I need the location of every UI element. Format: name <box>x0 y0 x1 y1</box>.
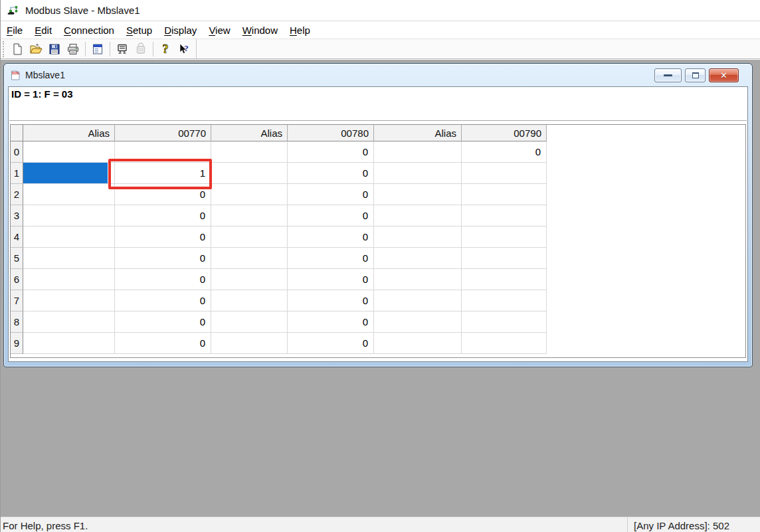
cell-value-r2c1[interactable]: 0 <box>115 184 211 205</box>
cell-alias-r7c2[interactable] <box>211 290 288 311</box>
cell-alias-r5c4[interactable] <box>374 248 462 269</box>
cell-alias-r4c2[interactable] <box>211 226 288 248</box>
window-titlebar: Modbus Slave - Mbslave1 <box>1 0 760 21</box>
cell-alias-r6c4[interactable] <box>374 269 462 290</box>
cell-value-r9c5[interactable] <box>462 333 547 354</box>
row-header-9[interactable]: 9 <box>11 333 23 354</box>
cell-alias-r4c4[interactable] <box>374 226 462 248</box>
cell-value-r0c3[interactable]: 0 <box>288 141 374 163</box>
cell-value-r5c1[interactable]: 0 <box>115 248 211 269</box>
toolbar-gripper[interactable] <box>3 41 5 57</box>
cell-alias-r0c4[interactable] <box>374 141 462 163</box>
cell-value-r4c1[interactable]: 0 <box>115 226 211 248</box>
cell-alias-r1c0[interactable] <box>23 163 115 184</box>
cell-alias-r8c0[interactable] <box>23 311 115 333</box>
column-header-00790: 00790 <box>462 125 547 141</box>
cell-alias-r7c0[interactable] <box>23 290 115 311</box>
cell-value-r2c3[interactable]: 0 <box>288 184 374 205</box>
row-header-4[interactable]: 4 <box>11 226 23 248</box>
cell-value-r1c5[interactable] <box>462 163 547 184</box>
modbus-slave-app: { "window": { "title": "Modbus Slave - M… <box>0 0 760 532</box>
child-window-titlebar[interactable]: DOC Mbslave1 ✕ <box>4 64 752 86</box>
cell-value-r3c1[interactable]: 0 <box>115 205 211 226</box>
row-header-1[interactable]: 1 <box>11 163 23 184</box>
cell-value-r8c1[interactable]: 0 <box>115 311 211 333</box>
cell-alias-r9c2[interactable] <box>211 333 288 354</box>
row-header-6[interactable]: 6 <box>11 269 23 290</box>
menu-help[interactable]: Help <box>284 23 316 37</box>
grid-row-2: 200 <box>11 184 547 205</box>
row-header-2[interactable]: 2 <box>11 184 23 205</box>
cell-alias-r5c2[interactable] <box>211 248 288 269</box>
open-button[interactable] <box>27 41 45 58</box>
cell-value-r0c1[interactable] <box>115 141 211 163</box>
slave-definition-button[interactable] <box>114 41 131 58</box>
toolbar-separator <box>110 42 110 56</box>
cell-alias-r1c2[interactable] <box>211 163 288 184</box>
print-button[interactable] <box>64 41 82 58</box>
cell-value-r5c3[interactable]: 0 <box>288 248 374 269</box>
cell-alias-r1c4[interactable] <box>374 163 462 184</box>
save-button[interactable] <box>46 41 63 58</box>
context-help-button[interactable]: ? <box>175 41 193 58</box>
cell-value-r3c5[interactable] <box>462 205 547 226</box>
cell-value-r3c3[interactable]: 0 <box>288 205 374 226</box>
row-header-5[interactable]: 5 <box>11 248 23 269</box>
cell-value-r7c3[interactable]: 0 <box>288 290 374 311</box>
cell-value-r7c1[interactable]: 0 <box>115 290 211 311</box>
cell-alias-r7c4[interactable] <box>374 290 462 311</box>
cell-value-r4c5[interactable] <box>462 226 547 248</box>
row-header-3[interactable]: 3 <box>11 205 23 226</box>
menu-file[interactable]: File <box>1 23 29 37</box>
cell-value-r6c1[interactable]: 0 <box>115 269 211 290</box>
cell-alias-r9c0[interactable] <box>23 333 115 354</box>
cell-value-r7c5[interactable] <box>462 290 547 311</box>
cell-alias-r4c0[interactable] <box>23 226 115 248</box>
cell-value-r0c5[interactable]: 0 <box>462 141 547 163</box>
new-button[interactable] <box>9 41 26 58</box>
menu-edit[interactable]: Edit <box>29 23 58 37</box>
restore-button[interactable] <box>685 68 706 82</box>
close-button[interactable]: ✕ <box>709 68 739 82</box>
cell-value-r9c1[interactable]: 0 <box>115 333 211 354</box>
menu-view[interactable]: View <box>203 23 236 37</box>
cell-value-r9c3[interactable]: 0 <box>288 333 374 354</box>
cell-value-r8c5[interactable] <box>462 311 547 333</box>
cell-value-r5c5[interactable] <box>462 248 547 269</box>
cell-value-r1c1[interactable]: 1 <box>115 163 211 184</box>
about-button[interactable]: ? <box>157 41 174 58</box>
minimize-icon <box>664 74 672 76</box>
menu-setup[interactable]: Setup <box>120 23 158 37</box>
cell-alias-r2c0[interactable] <box>23 184 115 205</box>
cell-value-r8c3[interactable]: 0 <box>288 311 374 333</box>
cell-value-r6c5[interactable] <box>462 269 547 290</box>
cell-alias-r3c2[interactable] <box>211 205 288 226</box>
cell-alias-r8c2[interactable] <box>211 311 288 333</box>
minimize-button[interactable] <box>654 68 682 82</box>
cell-alias-r8c4[interactable] <box>374 311 462 333</box>
cell-alias-r0c2[interactable] <box>211 141 288 163</box>
cell-alias-r5c0[interactable] <box>23 248 115 269</box>
row-header-7[interactable]: 7 <box>11 290 23 311</box>
cell-alias-r3c4[interactable] <box>374 205 462 226</box>
corner-header <box>11 125 23 141</box>
connection-button[interactable] <box>132 41 149 58</box>
cell-alias-r2c4[interactable] <box>374 184 462 205</box>
row-header-8[interactable]: 8 <box>11 311 23 333</box>
cell-alias-r3c0[interactable] <box>23 205 115 226</box>
menu-window[interactable]: Window <box>237 23 284 37</box>
cell-alias-r0c0[interactable] <box>23 141 115 163</box>
menu-display[interactable]: Display <box>158 23 203 37</box>
cell-value-r1c3[interactable]: 0 <box>288 163 374 184</box>
grid-row-9: 900 <box>11 333 547 354</box>
cell-alias-r6c0[interactable] <box>23 269 115 290</box>
cell-value-r4c3[interactable]: 0 <box>288 226 374 248</box>
cell-value-r2c5[interactable] <box>462 184 547 205</box>
menu-connection[interactable]: Connection <box>58 23 120 37</box>
cell-alias-r6c2[interactable] <box>211 269 288 290</box>
cell-value-r6c3[interactable]: 0 <box>288 269 374 290</box>
cell-alias-r9c4[interactable] <box>374 333 462 354</box>
row-header-0[interactable]: 0 <box>11 141 23 163</box>
display-setup-button[interactable] <box>89 41 106 58</box>
cell-alias-r2c2[interactable] <box>211 184 288 205</box>
